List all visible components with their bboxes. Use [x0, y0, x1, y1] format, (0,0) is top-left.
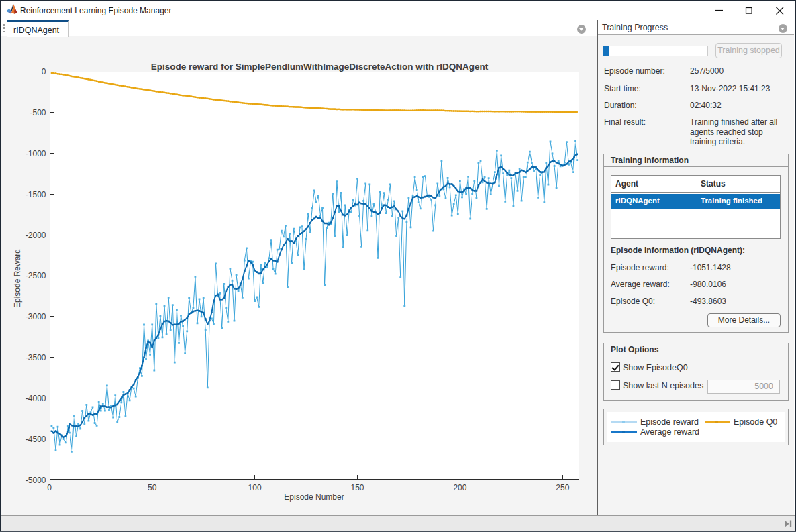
svg-text:-4500: -4500: [26, 435, 46, 444]
svg-text:-1000: -1000: [26, 149, 46, 158]
svg-text:0: 0: [42, 67, 46, 76]
svg-text:100: 100: [248, 483, 262, 492]
svg-text:-2000: -2000: [26, 231, 46, 240]
svg-text:Episode Number: Episode Number: [284, 492, 344, 502]
svg-text:Episode reward for SimplePendl: Episode reward for SimplePendlumWithImag…: [151, 62, 489, 72]
svg-text:-500: -500: [30, 108, 46, 117]
svg-text:-4000: -4000: [26, 394, 46, 403]
svg-text:Episode Reward: Episode Reward: [13, 249, 22, 308]
svg-text:-2500: -2500: [26, 271, 46, 280]
svg-text:-1500: -1500: [26, 190, 46, 199]
svg-text:-3000: -3000: [26, 312, 46, 321]
svg-text:200: 200: [453, 483, 466, 492]
svg-text:0: 0: [47, 483, 52, 492]
svg-text:250: 250: [556, 483, 569, 492]
svg-text:-3500: -3500: [26, 353, 46, 362]
svg-text:50: 50: [148, 483, 157, 492]
svg-text:-5000: -5000: [26, 476, 46, 485]
svg-text:150: 150: [350, 483, 364, 492]
